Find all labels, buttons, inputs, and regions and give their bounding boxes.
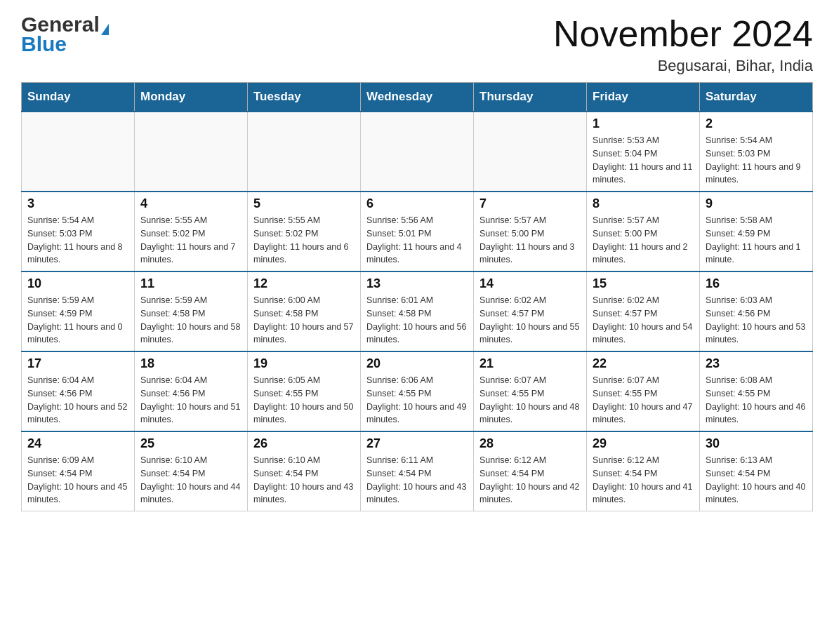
title-area: November 2024 Begusarai, Bihar, India [553,14,813,75]
calendar-cell: 3Sunrise: 5:54 AMSunset: 5:03 PMDaylight… [22,192,135,271]
day-number: 12 [253,276,355,291]
day-number: 23 [706,356,807,371]
day-number: 10 [27,276,128,291]
weekday-header-row: SundayMondayTuesdayWednesdayThursdayFrid… [22,83,813,112]
day-info: Sunrise: 5:57 AMSunset: 5:00 PMDaylight:… [479,214,581,267]
calendar-cell: 15Sunrise: 6:02 AMSunset: 4:57 PMDayligh… [587,271,700,351]
calendar-cell: 2Sunrise: 5:54 AMSunset: 5:03 PMDaylight… [700,112,813,192]
day-number: 15 [593,276,694,291]
weekday-header-wednesday: Wednesday [361,83,474,112]
day-info: Sunrise: 6:10 AMSunset: 4:54 PMDaylight:… [140,454,241,507]
calendar-cell: 19Sunrise: 6:05 AMSunset: 4:55 PMDayligh… [248,351,361,431]
weekday-header-sunday: Sunday [22,83,135,112]
day-number: 16 [706,276,807,291]
day-info: Sunrise: 5:55 AMSunset: 5:02 PMDaylight:… [140,214,241,267]
calendar-cell: 27Sunrise: 6:11 AMSunset: 4:54 PMDayligh… [361,431,474,511]
calendar-cell: 16Sunrise: 6:03 AMSunset: 4:56 PMDayligh… [700,271,813,351]
calendar-cell: 17Sunrise: 6:04 AMSunset: 4:56 PMDayligh… [22,351,135,431]
logo-blue-text: Blue [21,34,67,55]
day-info: Sunrise: 6:03 AMSunset: 4:56 PMDaylight:… [706,294,807,347]
day-info: Sunrise: 6:10 AMSunset: 4:54 PMDaylight:… [253,454,355,507]
calendar-cell: 12Sunrise: 6:00 AMSunset: 4:58 PMDayligh… [248,271,361,351]
day-number: 30 [706,436,807,451]
calendar-cell: 5Sunrise: 5:55 AMSunset: 5:02 PMDaylight… [248,192,361,271]
day-info: Sunrise: 6:13 AMSunset: 4:54 PMDaylight:… [706,454,807,507]
week-row-1: 1Sunrise: 5:53 AMSunset: 5:04 PMDaylight… [22,112,813,192]
page-header: General Blue November 2024 Begusarai, Bi… [21,14,813,75]
day-info: Sunrise: 6:12 AMSunset: 4:54 PMDaylight:… [593,454,694,507]
day-info: Sunrise: 6:12 AMSunset: 4:54 PMDaylight:… [479,454,581,507]
calendar-cell [248,112,361,192]
day-info: Sunrise: 6:06 AMSunset: 4:55 PMDaylight:… [366,374,468,427]
logo-arrow-icon [101,24,109,35]
weekday-header-tuesday: Tuesday [248,83,361,112]
day-number: 5 [253,196,355,211]
calendar-cell: 8Sunrise: 5:57 AMSunset: 5:00 PMDaylight… [587,192,700,271]
day-number: 24 [27,436,128,451]
day-number: 19 [253,356,355,371]
day-number: 6 [366,196,468,211]
day-number: 27 [366,436,468,451]
day-number: 29 [593,436,694,451]
weekday-header-friday: Friday [587,83,700,112]
calendar-cell [361,112,474,192]
calendar-cell [22,112,135,192]
calendar-cell: 14Sunrise: 6:02 AMSunset: 4:57 PMDayligh… [474,271,587,351]
calendar-table: SundayMondayTuesdayWednesdayThursdayFrid… [21,82,813,511]
day-info: Sunrise: 6:11 AMSunset: 4:54 PMDaylight:… [366,454,468,507]
calendar-cell: 11Sunrise: 5:59 AMSunset: 4:58 PMDayligh… [135,271,248,351]
day-number: 3 [27,196,128,211]
day-number: 11 [140,276,241,291]
day-number: 22 [593,356,694,371]
calendar-cell: 13Sunrise: 6:01 AMSunset: 4:58 PMDayligh… [361,271,474,351]
calendar-cell: 26Sunrise: 6:10 AMSunset: 4:54 PMDayligh… [248,431,361,511]
day-number: 25 [140,436,241,451]
day-number: 8 [593,196,694,211]
day-number: 1 [593,116,694,131]
day-number: 13 [366,276,468,291]
calendar-cell: 23Sunrise: 6:08 AMSunset: 4:55 PMDayligh… [700,351,813,431]
weekday-header-thursday: Thursday [474,83,587,112]
day-info: Sunrise: 5:53 AMSunset: 5:04 PMDaylight:… [593,134,694,187]
day-number: 20 [366,356,468,371]
day-info: Sunrise: 5:54 AMSunset: 5:03 PMDaylight:… [27,214,128,267]
week-row-5: 24Sunrise: 6:09 AMSunset: 4:54 PMDayligh… [22,431,813,511]
calendar-cell: 28Sunrise: 6:12 AMSunset: 4:54 PMDayligh… [474,431,587,511]
calendar-cell: 29Sunrise: 6:12 AMSunset: 4:54 PMDayligh… [587,431,700,511]
logo: General Blue [21,14,109,55]
day-info: Sunrise: 6:02 AMSunset: 4:57 PMDaylight:… [479,294,581,347]
day-info: Sunrise: 5:59 AMSunset: 4:58 PMDaylight:… [140,294,241,347]
day-info: Sunrise: 6:08 AMSunset: 4:55 PMDaylight:… [706,374,807,427]
calendar-cell: 25Sunrise: 6:10 AMSunset: 4:54 PMDayligh… [135,431,248,511]
day-info: Sunrise: 5:59 AMSunset: 4:59 PMDaylight:… [27,294,128,347]
weekday-header-monday: Monday [135,83,248,112]
calendar-cell: 21Sunrise: 6:07 AMSunset: 4:55 PMDayligh… [474,351,587,431]
calendar-cell: 22Sunrise: 6:07 AMSunset: 4:55 PMDayligh… [587,351,700,431]
day-info: Sunrise: 6:04 AMSunset: 4:56 PMDaylight:… [140,374,241,427]
calendar-cell: 4Sunrise: 5:55 AMSunset: 5:02 PMDaylight… [135,192,248,271]
day-info: Sunrise: 6:07 AMSunset: 4:55 PMDaylight:… [593,374,694,427]
day-number: 17 [27,356,128,371]
weekday-header-saturday: Saturday [700,83,813,112]
calendar-cell: 7Sunrise: 5:57 AMSunset: 5:00 PMDaylight… [474,192,587,271]
day-number: 9 [706,196,807,211]
calendar-cell: 18Sunrise: 6:04 AMSunset: 4:56 PMDayligh… [135,351,248,431]
calendar-cell: 9Sunrise: 5:58 AMSunset: 4:59 PMDaylight… [700,192,813,271]
day-number: 4 [140,196,241,211]
day-info: Sunrise: 6:09 AMSunset: 4:54 PMDaylight:… [27,454,128,507]
location-text: Begusarai, Bihar, India [553,57,813,75]
day-number: 28 [479,436,581,451]
calendar-cell: 24Sunrise: 6:09 AMSunset: 4:54 PMDayligh… [22,431,135,511]
calendar-cell [135,112,248,192]
day-info: Sunrise: 6:05 AMSunset: 4:55 PMDaylight:… [253,374,355,427]
calendar-cell: 1Sunrise: 5:53 AMSunset: 5:04 PMDaylight… [587,112,700,192]
day-info: Sunrise: 5:56 AMSunset: 5:01 PMDaylight:… [366,214,468,267]
day-number: 21 [479,356,581,371]
week-row-3: 10Sunrise: 5:59 AMSunset: 4:59 PMDayligh… [22,271,813,351]
calendar-cell: 6Sunrise: 5:56 AMSunset: 5:01 PMDaylight… [361,192,474,271]
week-row-4: 17Sunrise: 6:04 AMSunset: 4:56 PMDayligh… [22,351,813,431]
week-row-2: 3Sunrise: 5:54 AMSunset: 5:03 PMDaylight… [22,192,813,271]
calendar-cell [474,112,587,192]
month-title: November 2024 [553,14,813,54]
day-info: Sunrise: 5:54 AMSunset: 5:03 PMDaylight:… [706,134,807,187]
